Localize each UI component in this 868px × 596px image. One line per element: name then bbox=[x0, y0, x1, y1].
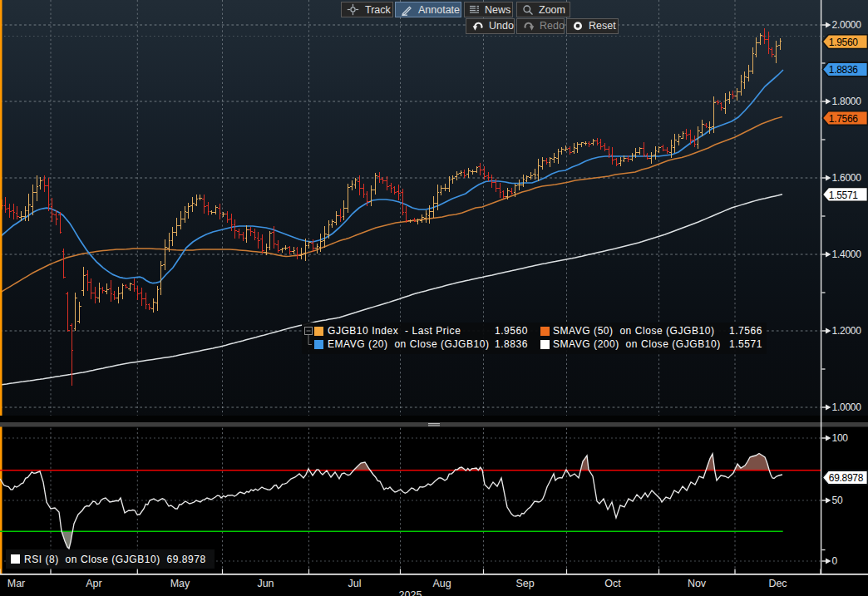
svg-text:Jul: Jul bbox=[348, 578, 362, 589]
svg-text:1.6000: 1.6000 bbox=[832, 172, 862, 184]
svg-text:Apr: Apr bbox=[86, 578, 101, 589]
svg-text:May: May bbox=[170, 578, 190, 589]
svg-text:Mar: Mar bbox=[7, 578, 26, 589]
svg-text:1.0000: 1.0000 bbox=[832, 401, 862, 413]
svg-text:2025: 2025 bbox=[399, 589, 422, 596]
svg-text:69.8978: 69.8978 bbox=[829, 472, 864, 484]
svg-text:50: 50 bbox=[832, 495, 843, 506]
svg-text:1.8836: 1.8836 bbox=[829, 64, 859, 76]
svg-text:Oct: Oct bbox=[604, 578, 621, 589]
svg-text:1.4000: 1.4000 bbox=[832, 249, 862, 260]
svg-text:1.7566: 1.7566 bbox=[829, 113, 859, 125]
svg-text:100: 100 bbox=[832, 432, 849, 444]
svg-text:Sep: Sep bbox=[515, 578, 534, 589]
svg-text:Aug: Aug bbox=[432, 578, 451, 589]
svg-text:2.0000: 2.0000 bbox=[832, 19, 862, 31]
svg-text:1.9560: 1.9560 bbox=[829, 37, 859, 48]
svg-text:Jun: Jun bbox=[257, 578, 274, 589]
svg-text:Dec: Dec bbox=[768, 578, 787, 589]
svg-text:1.2000: 1.2000 bbox=[832, 325, 862, 337]
svg-text:1.5571: 1.5571 bbox=[829, 190, 859, 201]
svg-text:1.8000: 1.8000 bbox=[832, 96, 862, 107]
svg-text:Nov: Nov bbox=[688, 578, 707, 589]
svg-text:0: 0 bbox=[832, 555, 838, 567]
